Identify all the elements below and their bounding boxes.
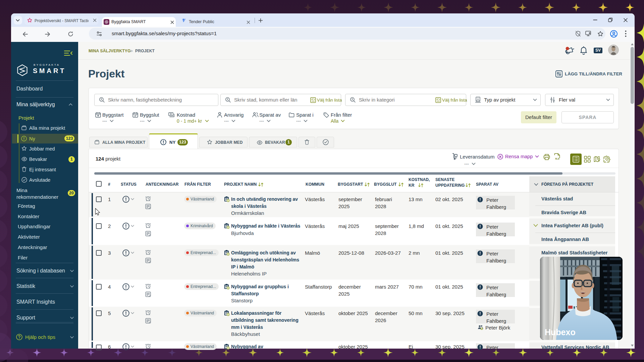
svg-text:Hubexo: Hubexo xyxy=(545,327,576,337)
svg-text:XLS: XLS xyxy=(555,158,559,160)
